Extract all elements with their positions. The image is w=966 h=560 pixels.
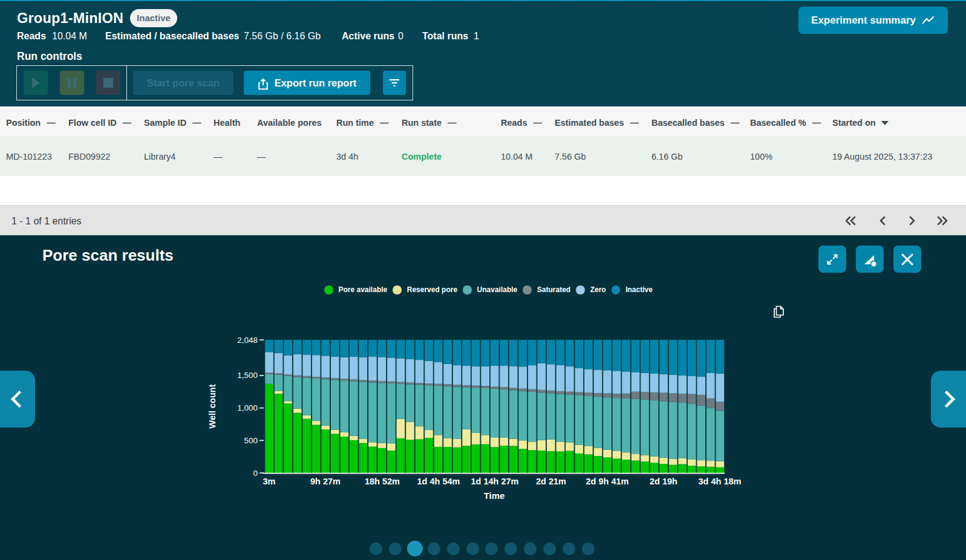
svg-text:1d 14h 27m: 1d 14h 27m: [471, 477, 519, 486]
svg-text:Well count: Well count: [207, 384, 217, 428]
svg-text:1d 4h 54m: 1d 4h 54m: [417, 477, 460, 486]
svg-text:1,500: 1,500: [237, 371, 258, 380]
svg-text:18h 52m: 18h 52m: [365, 477, 400, 486]
svg-text:2d 19h: 2d 19h: [650, 477, 677, 486]
svg-text:2d 9h 41m: 2d 9h 41m: [586, 477, 629, 486]
svg-text:1,000: 1,000: [237, 403, 258, 412]
svg-text:3m: 3m: [263, 477, 276, 486]
svg-text:3d 4h 18m: 3d 4h 18m: [699, 477, 742, 486]
svg-text:500: 500: [244, 436, 258, 445]
svg-text:2,048: 2,048: [237, 336, 258, 345]
svg-text:0: 0: [253, 469, 258, 478]
svg-text:Time: Time: [484, 490, 505, 501]
svg-text:9h 27m: 9h 27m: [310, 477, 341, 486]
svg-text:2d 21m: 2d 21m: [536, 477, 566, 486]
